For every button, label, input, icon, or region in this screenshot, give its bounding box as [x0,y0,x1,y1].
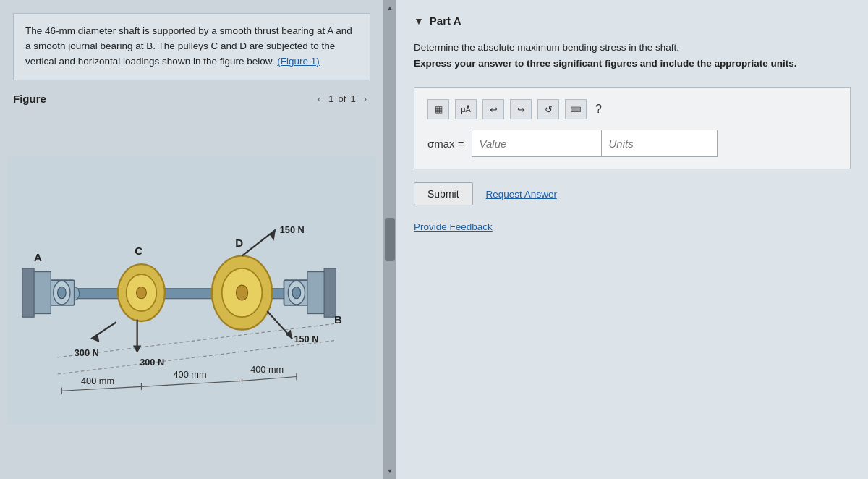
svg-text:150 N: 150 N [294,334,318,344]
svg-point-14 [137,287,147,298]
svg-text:B: B [334,313,342,326]
nav-of: of [339,93,346,104]
svg-rect-24 [324,268,336,317]
submit-button[interactable]: Submit [414,182,473,205]
nav-total: 1 [350,93,355,104]
center-scrollbar[interactable]: ▲ ▼ [383,0,396,479]
left-panel: The 46-mm diameter shaft is supported by… [0,0,383,479]
right-panel: ▼ Part A Determine the absolute maximum … [396,0,868,479]
answer-box: ▦ μÅ ↩ ↪ ↺ ⌨ ? σmax [414,87,851,169]
nav-current: 1 [328,93,333,104]
figure-label: Figure [13,93,46,105]
svg-text:A: A [34,250,42,263]
nav-prev-button[interactable]: ‹ [314,92,324,106]
scrollbar-thumb[interactable] [385,218,395,261]
toolbar-undo-btn[interactable]: ↩ [482,99,504,119]
figure-link[interactable]: (Figure 1) [277,56,320,67]
units-input[interactable] [602,130,718,157]
svg-point-22 [292,287,301,298]
svg-point-8 [58,287,67,298]
submit-row: Submit Request Answer [414,182,851,205]
instruction-line1: Determine the absolute maximum bending s… [414,42,679,53]
scroll-down-arrow[interactable]: ▼ [385,466,395,476]
request-answer-link[interactable]: Request Answer [486,189,557,200]
part-a-title: Part A [430,14,461,27]
figure-label-row: Figure ‹ 1 of 1 › [0,88,383,109]
value-input[interactable] [472,130,602,157]
svg-rect-10 [22,268,34,317]
mu-icon: μÅ [461,105,471,114]
instruction-line2: Express your answer to three significant… [414,58,797,69]
mechanical-figure-svg: A C D B [7,109,376,472]
toolbar-keyboard-btn[interactable]: ⌨ [565,99,587,119]
keyboard-icon: ⌨ [571,106,581,114]
svg-text:300 N: 300 N [140,357,164,368]
provide-feedback-link[interactable]: Provide Feedback [414,221,851,232]
undo-icon: ↩ [490,104,498,115]
svg-text:400 mm: 400 mm [81,376,114,386]
refresh-icon: ↺ [545,104,553,115]
input-row: σmax = [427,130,837,157]
svg-text:400 mm: 400 mm [174,368,207,379]
redo-icon: ↪ [517,104,525,115]
svg-text:D: D [235,237,243,249]
problem-instruction: Determine the absolute maximum bending s… [414,40,851,71]
svg-rect-23 [307,271,326,313]
toolbar-help-icon: ? [595,103,602,116]
svg-text:400 mm: 400 mm [250,363,284,374]
toolbar-row: ▦ μÅ ↩ ↪ ↺ ⌨ ? [427,99,837,119]
toolbar-redo-btn[interactable]: ↪ [510,99,532,119]
nav-next-button[interactable]: › [360,92,370,106]
toolbar-refresh-btn[interactable]: ↺ [537,99,559,119]
figure-area: A C D B [7,109,376,472]
svg-point-18 [236,285,247,300]
problem-text-box: The 46-mm diameter shaft is supported by… [13,13,370,80]
svg-rect-9 [33,271,51,313]
main-container: The 46-mm diameter shaft is supported by… [0,0,868,479]
sigma-label: σmax = [427,137,464,150]
scroll-up-arrow[interactable]: ▲ [385,3,395,13]
toolbar-mu-btn[interactable]: μÅ [455,99,477,119]
toolbar-format-btn1[interactable]: ▦ [427,99,449,119]
svg-text:C: C [135,245,142,257]
svg-text:300 N: 300 N [75,347,99,357]
figure-nav: ‹ 1 of 1 › [314,92,370,106]
format-icon: ▦ [435,104,443,114]
part-a-arrow-icon: ▼ [414,15,424,27]
part-a-header: ▼ Part A [414,14,851,27]
svg-text:150 N: 150 N [280,224,305,235]
